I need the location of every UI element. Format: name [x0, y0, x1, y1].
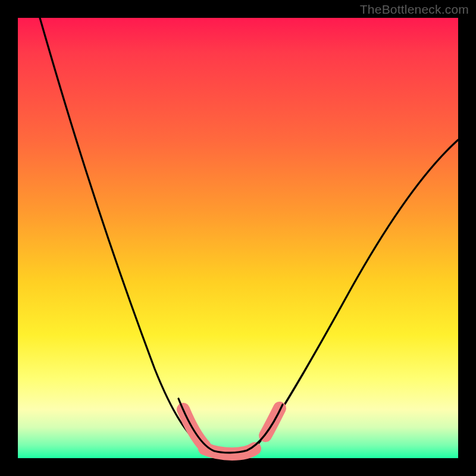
plot-area	[18, 18, 458, 458]
watermark-text: TheBottleneck.com	[360, 2, 469, 17]
curve-layer	[18, 18, 458, 458]
chart-frame: TheBottleneck.com	[0, 0, 476, 476]
bottleneck-curve	[40, 18, 458, 453]
